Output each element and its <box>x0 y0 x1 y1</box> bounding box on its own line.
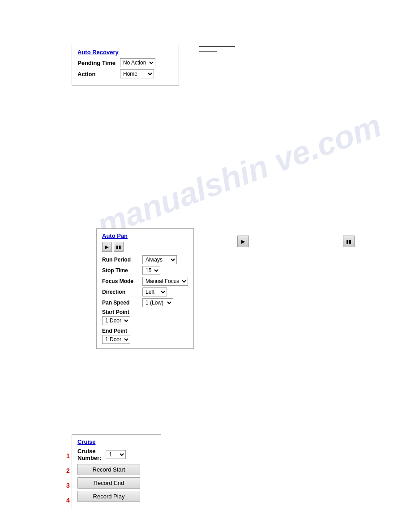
pending-time-row: Pending Time No Action 30s 1min 2min 5mi… <box>77 58 173 67</box>
step-1: 1 <box>66 450 70 462</box>
cruise-section: Cruise CruiseNumber: 1 2 3 4 Record Star… <box>72 434 161 509</box>
cruise-number-row: CruiseNumber: 1 2 3 4 <box>77 448 155 461</box>
pan-speed-label: Pan Speed <box>102 300 142 306</box>
run-period-row: Run Period Always Schedule <box>102 255 188 264</box>
action-label: Action <box>77 71 120 77</box>
start-point-select[interactable]: 1:Door 2 3 4 5 <box>102 316 130 325</box>
ar-line-1 <box>199 46 235 47</box>
auto-pan-title[interactable]: Auto Pan <box>102 232 188 239</box>
pan-speed-select[interactable]: 1 (Low) 2 3 4 5 (High) <box>142 298 173 307</box>
run-period-select[interactable]: Always Schedule <box>142 255 177 264</box>
cruise-title[interactable]: Cruise <box>77 438 155 445</box>
stop-time-row: Stop Time 5 10 15 20 30 60 <box>102 266 188 275</box>
stop-time-label: Stop Time <box>102 267 142 274</box>
ap-right-pause-button[interactable]: ▮▮ <box>343 236 355 247</box>
auto-recovery-title[interactable]: Auto Recovery <box>77 49 173 56</box>
step-2: 2 <box>66 464 70 477</box>
start-point-label: Start Point <box>102 309 188 315</box>
pending-time-select[interactable]: No Action 30s 1min 2min 5min <box>120 58 155 67</box>
action-select[interactable]: Home Preset 1 Preset 2 Auto Pan Cruise <box>120 69 154 78</box>
auto-pan-play-button[interactable]: ▶ <box>102 242 112 252</box>
ar-line-2 <box>199 51 217 51</box>
record-play-button[interactable]: Record Play <box>77 491 140 502</box>
ar-lines <box>199 46 235 51</box>
step-4: 4 <box>66 494 70 506</box>
watermark: manualshin ve.com <box>92 107 386 244</box>
auto-pan-panel: Auto Pan ▶ ▮▮ Run Period Always Schedule… <box>96 228 194 349</box>
direction-row: Direction Left Right <box>102 287 188 296</box>
focus-mode-select[interactable]: Auto Focus Manual Focus <box>142 277 188 286</box>
direction-select[interactable]: Left Right <box>142 287 167 296</box>
cruise-number-label: CruiseNumber: <box>77 448 101 461</box>
focus-mode-label: Focus Mode <box>102 278 142 284</box>
auto-recovery-panel: Auto Recovery Pending Time No Action 30s… <box>72 45 179 86</box>
end-point-select[interactable]: 1:Door 2 3 4 5 <box>102 335 130 344</box>
end-point-group: End Point 1:Door 2 3 4 5 <box>102 328 188 344</box>
auto-pan-controls: ▶ ▮▮ <box>102 242 188 252</box>
auto-recovery-section: Auto Recovery Pending Time No Action 30s… <box>72 45 179 86</box>
auto-pan-pause-button[interactable]: ▮▮ <box>114 242 124 252</box>
run-period-label: Run Period <box>102 257 142 263</box>
record-start-button[interactable]: Record Start <box>77 464 140 475</box>
auto-pan-section: Auto Pan ▶ ▮▮ Run Period Always Schedule… <box>96 228 194 349</box>
direction-label: Direction <box>102 289 142 295</box>
pending-time-label: Pending Time <box>77 60 120 66</box>
focus-mode-row: Focus Mode Auto Focus Manual Focus <box>102 277 188 286</box>
step-numbers: 1 2 3 4 <box>66 450 70 509</box>
stop-time-select[interactable]: 5 10 15 20 30 60 <box>142 266 160 275</box>
action-row: Action Home Preset 1 Preset 2 Auto Pan C… <box>77 69 173 78</box>
cruise-panel: Cruise CruiseNumber: 1 2 3 4 Record Star… <box>72 434 161 509</box>
cruise-number-select[interactable]: 1 2 3 4 <box>106 450 126 459</box>
step-3: 3 <box>66 479 70 492</box>
record-end-button[interactable]: Record End <box>77 477 140 489</box>
ap-right-play-button[interactable]: ▶ <box>237 236 249 247</box>
auto-pan-right-icons: ▶ ▮▮ <box>237 236 355 247</box>
pan-speed-row: Pan Speed 1 (Low) 2 3 4 5 (High) <box>102 298 188 307</box>
start-point-group: Start Point 1:Door 2 3 4 5 <box>102 309 188 328</box>
end-point-label: End Point <box>102 328 188 334</box>
